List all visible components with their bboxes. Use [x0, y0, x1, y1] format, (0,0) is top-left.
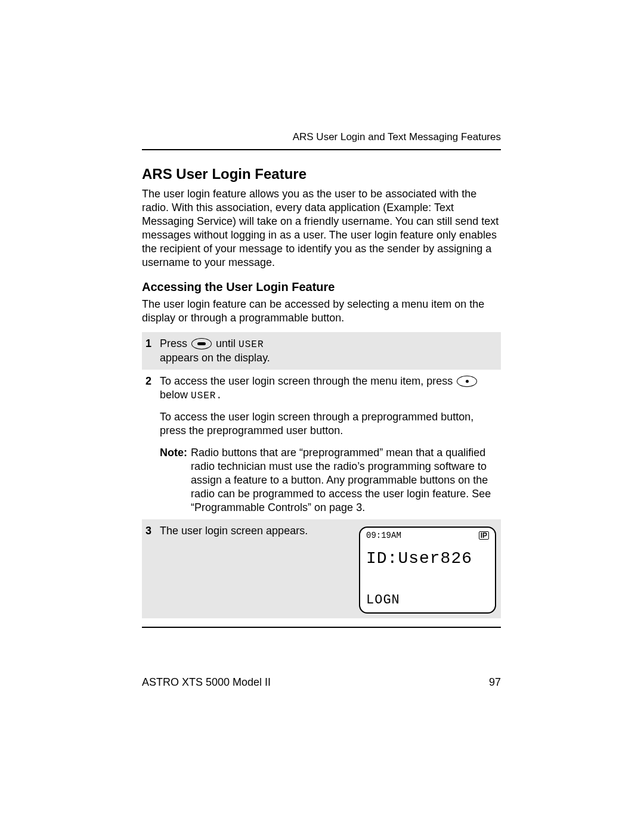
- footer-model: ASTRO XTS 5000 Model II: [142, 676, 271, 689]
- section-intro: The user login feature allows you as the…: [142, 187, 501, 270]
- step-1: 1 Press until USER appears on the displa…: [142, 332, 501, 370]
- step-number: 2: [142, 370, 160, 520]
- note-text: Radio buttons that are “preprogrammed” m…: [191, 446, 497, 515]
- step-3-text: The user login screen appears.: [160, 524, 353, 614]
- footer-rule: [142, 627, 501, 628]
- radio-display: 09:19AM IP ID:User826 LOGN: [359, 527, 496, 614]
- step-number: 3: [142, 519, 160, 618]
- step-text-pre: Press: [160, 337, 187, 349]
- step-2: 2 To access the user login screen throug…: [142, 370, 501, 520]
- step-3: 3 The user login screen appears. 09:19AM…: [142, 519, 501, 618]
- footer-page-number: 97: [489, 676, 501, 689]
- step-body: To access the user login screen through …: [160, 370, 501, 520]
- step-2-para2: To access the user login screen through …: [160, 410, 497, 438]
- step-body: The user login screen appears. 09:19AM I…: [160, 519, 501, 618]
- note-label: Note:: [160, 446, 191, 515]
- step-text-mid: below: [160, 389, 188, 401]
- section-heading: ARS User Login Feature: [142, 166, 501, 182]
- header-rule: [142, 149, 501, 150]
- subsection-intro: The user login feature can be accessed b…: [142, 298, 501, 325]
- step-text-pre: To access the user login screen through …: [160, 375, 453, 387]
- select-button-icon: [457, 376, 477, 387]
- page-footer: ASTRO XTS 5000 Model II 97: [142, 676, 501, 689]
- step-text-post: appears on the display.: [160, 352, 270, 364]
- step-text-mid: until: [216, 337, 236, 349]
- running-header: ARS User Login and Text Messaging Featur…: [142, 131, 501, 143]
- ip-icon: IP: [479, 531, 489, 540]
- display-code: USER.: [191, 391, 222, 401]
- display-softkey: LOGN: [366, 592, 489, 609]
- step-number: 1: [142, 332, 160, 370]
- scroll-button-icon: [191, 338, 212, 349]
- display-code: USER: [239, 339, 264, 350]
- note-block: Note: Radio buttons that are “preprogram…: [160, 446, 497, 515]
- page: ARS User Login and Text Messaging Featur…: [0, 0, 644, 833]
- display-time: 09:19AM: [366, 531, 401, 540]
- step-body: Press until USER appears on the display.: [160, 332, 501, 370]
- display-main-line: ID:User826: [366, 541, 489, 592]
- subsection-heading: Accessing the User Login Feature: [142, 280, 501, 294]
